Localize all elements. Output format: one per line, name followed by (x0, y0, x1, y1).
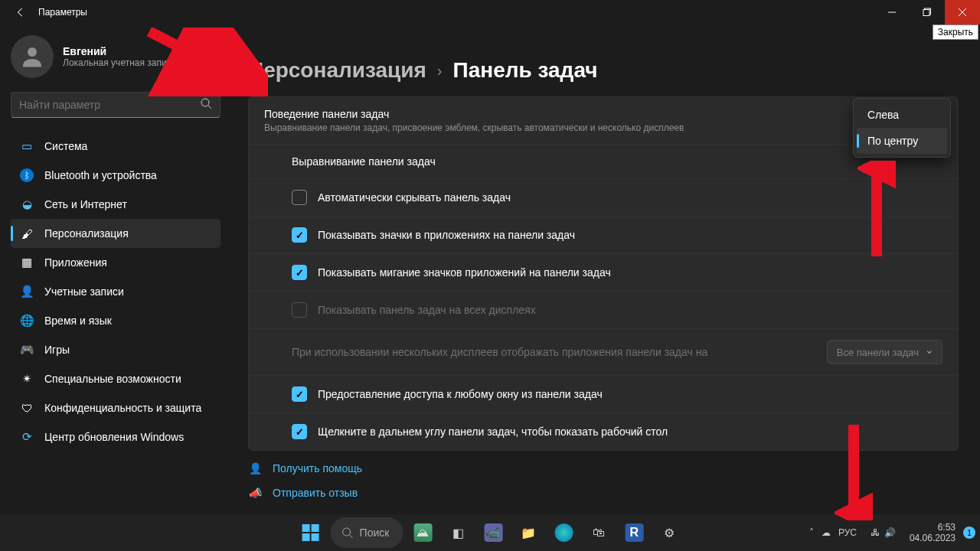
crumb-root[interactable]: Персонализация (248, 58, 426, 83)
back-button[interactable] (9, 1, 32, 24)
row-label: Показывать мигание значков приложений на… (318, 266, 942, 279)
tray-network-sound[interactable]: 🖧 🔊 (864, 524, 902, 541)
checkbox-badges[interactable] (292, 227, 307, 243)
nav-privacy[interactable]: 🛡Конфиденциальность и защита (11, 393, 220, 422)
nav-label: Центр обновления Windows (44, 431, 184, 443)
nav-personalization[interactable]: 🖌Персонализация (11, 219, 220, 248)
row-label: При использовании нескольких дисплеев от… (292, 346, 827, 358)
nav-network[interactable]: ◒Сеть и Интернет (11, 190, 220, 219)
row-badges[interactable]: Показывать значки в приложениях на панел… (249, 216, 958, 253)
row-label: Показывать значки в приложениях на панел… (318, 229, 942, 241)
nav-label: Приложения (44, 256, 107, 269)
row-label: Автоматически скрывать панель задач (318, 191, 942, 204)
widgets-button[interactable]: ⛰ (407, 517, 438, 548)
nav-label: Специальные возможности (44, 373, 181, 385)
row-flash[interactable]: Показывать мигание значков приложений на… (249, 253, 958, 291)
annotation-arrow (858, 161, 896, 260)
display-icon: ▭ (20, 139, 34, 153)
row-alignment[interactable]: Выравнивание панели задач (249, 144, 958, 178)
brush-icon: 🖌 (20, 227, 34, 240)
nav-label: Система (44, 140, 87, 152)
sound-icon: 🔊 (884, 527, 896, 538)
nav-label: Игры (44, 344, 70, 356)
tray-onedrive-icon[interactable]: ☁ (822, 527, 831, 538)
tray-clock[interactable]: 6:53 04.06.2023 (910, 522, 956, 543)
help-icon: 👤 (248, 461, 262, 475)
checkbox-anywindow[interactable] (292, 386, 307, 402)
row-label: Показывать панель задач на всех дисплеях (318, 304, 942, 316)
dropdown-multimon: Все панели задач (827, 340, 942, 364)
link-label: Отправить отзыв (273, 487, 358, 499)
minimize-button[interactable] (874, 0, 910, 24)
game-icon: 🎮 (20, 343, 34, 357)
nav-label: Сеть и Интернет (44, 198, 127, 210)
notification-badge[interactable]: 1 (963, 527, 975, 539)
menu-option-left[interactable]: Слева (857, 102, 947, 128)
taskbar: Поиск ⛰ ◧ 📹 📁 🛍 R ⚙ ˄ ☁ РУС 🖧 🔊 6:53 04.… (0, 514, 980, 551)
nav-label: Bluetooth и устройства (44, 169, 157, 181)
search-input[interactable] (19, 99, 200, 111)
wifi-icon: ◒ (20, 197, 34, 211)
row-alldisplays: Показывать панель задач на всех дисплеях (249, 291, 958, 328)
app-store[interactable]: 🛍 (583, 517, 614, 548)
row-multimon: При использовании нескольких дисплеев от… (249, 328, 958, 375)
clock-time: 6:53 (910, 522, 956, 533)
app-revit[interactable]: R (619, 517, 649, 548)
app-edge[interactable] (548, 517, 579, 548)
update-icon: ⟳ (20, 430, 34, 444)
avatar (11, 35, 54, 78)
checkbox-desktopcorner[interactable] (292, 424, 307, 439)
row-anywindow[interactable]: Предоставление доступа к любому окну из … (249, 375, 958, 412)
network-icon: 🖧 (871, 527, 880, 538)
row-label: Предоставление доступа к любому окну из … (318, 388, 942, 400)
shield-icon: 🛡 (20, 401, 34, 415)
alignment-menu: Слева По центру (853, 98, 951, 158)
link-label: Получить помощь (273, 462, 362, 474)
nav-label: Учетные записи (44, 285, 124, 298)
tray-language[interactable]: РУС (838, 527, 857, 538)
nav-accounts[interactable]: 👤Учетные записи (11, 277, 220, 306)
tray-overflow[interactable]: ˄ (809, 527, 814, 538)
taskview-button[interactable]: ◧ (443, 517, 473, 548)
svg-rect-1 (923, 10, 929, 16)
svg-point-2 (28, 47, 37, 57)
close-button[interactable] (945, 0, 980, 24)
feedback-icon: 📣 (248, 486, 262, 500)
nav-system[interactable]: ▭Система (11, 132, 220, 161)
nav-label: Время и язык (44, 315, 112, 327)
nav-update[interactable]: ⟳Центр обновления Windows (11, 422, 220, 452)
nav-gaming[interactable]: 🎮Игры (11, 335, 220, 364)
start-button[interactable] (296, 517, 326, 548)
nav-accessibility[interactable]: ✴Специальные возможности (11, 364, 220, 393)
nav-label: Персонализация (44, 227, 129, 240)
checkbox-flash[interactable] (292, 265, 307, 280)
app-settings[interactable]: ⚙ (654, 517, 684, 548)
taskbar-search[interactable]: Поиск (331, 517, 403, 548)
window-title: Параметры (38, 7, 87, 18)
close-tooltip: Закрыть (933, 24, 978, 40)
search-icon (200, 97, 212, 112)
menu-option-center[interactable]: По центру (857, 128, 947, 154)
dropdown-value: Все панели задач (837, 347, 919, 358)
behavior-card: Поведение панели задач Выравнивание пане… (248, 96, 959, 451)
row-autohide[interactable]: Автоматически скрывать панель задач (249, 178, 958, 216)
app-chat[interactable]: 📹 (478, 517, 508, 548)
clock-date: 04.06.2023 (910, 533, 956, 543)
maximize-button[interactable] (910, 0, 945, 24)
accessibility-icon: ✴ (20, 372, 34, 386)
nav-apps[interactable]: ▦Приложения (11, 248, 220, 277)
search-icon (341, 527, 354, 539)
bluetooth-icon: ᛒ (20, 168, 34, 182)
chevron-right-icon: › (437, 62, 443, 80)
checkbox-alldisplays (292, 302, 307, 318)
app-explorer[interactable]: 📁 (513, 517, 544, 548)
svg-point-4 (343, 528, 351, 536)
nav-bluetooth[interactable]: ᛒBluetooth и устройства (11, 161, 220, 190)
checkbox-autohide[interactable] (292, 190, 307, 205)
nav-time[interactable]: 🌐Время и язык (11, 306, 220, 335)
card-subtitle: Выравнивание панели задач, присвоение эм… (264, 122, 684, 133)
annotation-arrow (145, 28, 268, 96)
taskbar-search-label: Поиск (360, 527, 390, 539)
card-title: Поведение панели задач (264, 108, 684, 120)
card-header[interactable]: Поведение панели задач Выравнивание пане… (249, 97, 958, 144)
